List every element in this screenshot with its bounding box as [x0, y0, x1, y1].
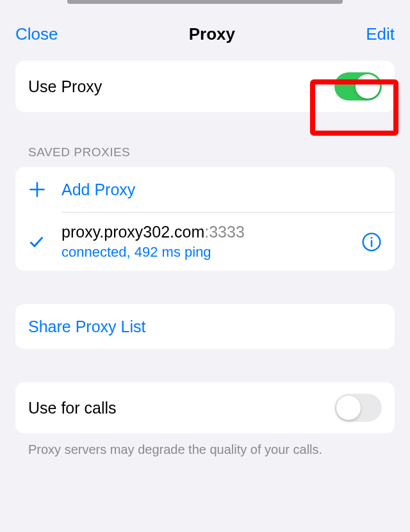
toggle-knob	[336, 396, 361, 420]
nav-header: Close Proxy Edit	[0, 0, 410, 61]
use-for-calls-group: Use for calls	[15, 382, 395, 433]
proxy-host-name: proxy.proxy302.com	[62, 223, 204, 241]
proxy-status: connected, 492 ms ping	[62, 244, 361, 261]
share-group: Share Proxy List	[15, 304, 395, 349]
edit-button[interactable]: Edit	[366, 24, 395, 44]
proxy-port: :3333	[204, 223, 245, 241]
add-proxy-label: Add Proxy	[62, 181, 382, 199]
saved-proxy-row[interactable]: proxy.proxy302.com:3333 connected, 492 m…	[15, 213, 395, 271]
svg-point-4	[371, 237, 373, 239]
check-icon	[28, 234, 62, 250]
use-proxy-row: Use Proxy	[15, 61, 395, 112]
use-for-calls-row: Use for calls	[15, 382, 395, 433]
share-proxy-row[interactable]: Share Proxy List	[15, 304, 395, 349]
saved-proxies-group: Add Proxy proxy.proxy302.com:3333 connec…	[15, 167, 395, 271]
proxy-entry-body: proxy.proxy302.com:3333 connected, 492 m…	[62, 223, 361, 261]
add-proxy-row[interactable]: Add Proxy	[15, 167, 395, 212]
toggle-knob	[356, 74, 380, 99]
share-proxy-label: Share Proxy List	[28, 318, 382, 336]
use-for-calls-toggle[interactable]	[334, 394, 382, 422]
calls-footer-note: Proxy servers may degrade the quality of…	[28, 442, 382, 457]
use-proxy-toggle[interactable]	[334, 72, 382, 101]
page-title: Proxy	[189, 24, 235, 44]
proxy-host: proxy.proxy302.com:3333	[62, 223, 361, 241]
close-button[interactable]: Close	[15, 24, 58, 44]
saved-proxies-header: SAVED PROXIES	[28, 145, 382, 159]
use-proxy-group: Use Proxy	[15, 61, 395, 112]
info-icon[interactable]	[361, 232, 382, 252]
use-proxy-label: Use Proxy	[28, 77, 334, 96]
use-for-calls-label: Use for calls	[28, 399, 334, 417]
plus-icon	[28, 181, 62, 198]
modal-grabber	[0, 0, 410, 6]
